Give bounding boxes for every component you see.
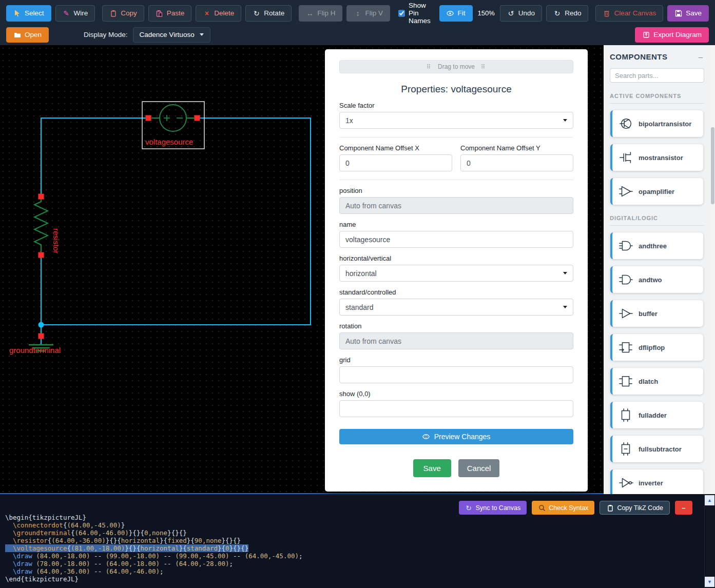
show-pin-names-toggle[interactable]: Show Pin Names	[398, 2, 432, 25]
section-label: ACTIVE COMPONENTS	[610, 93, 704, 104]
pin[interactable]	[38, 194, 44, 200]
code-line[interactable]: \groundterminal{(64.00,-46.00)}{}{0,none…	[5, 529, 700, 537]
resistor-component[interactable]: resistor	[34, 194, 61, 258]
voltagesource-component[interactable]: voltagesource	[142, 102, 204, 149]
sync-to-canvas-button[interactable]: ↻ Sync to Canvas	[459, 501, 527, 515]
undo-button[interactable]: ↺ Undo	[500, 5, 542, 22]
select-tool-button[interactable]: Select	[6, 5, 51, 22]
standard-select[interactable]: standard	[339, 299, 573, 316]
check-syntax-button[interactable]: Check Syntax	[532, 501, 594, 515]
component-card-dlatch[interactable]: dlatch	[610, 368, 703, 395]
chevron-down-icon	[563, 272, 567, 275]
flip-v-icon: ↕	[354, 9, 361, 17]
component-label: resistor	[52, 228, 61, 253]
tikz-code-panel: ↻ Sync to Canvas Check Syntax Copy TikZ …	[0, 494, 715, 588]
drag-handle[interactable]: ⠿ Drag to move ⠿	[339, 60, 573, 73]
show-input[interactable]	[339, 400, 573, 417]
paste-button[interactable]: Paste	[148, 5, 192, 22]
flip-h-button[interactable]: ↔ Flip H	[299, 5, 342, 22]
collapse-icon[interactable]: –	[697, 52, 704, 61]
sync-icon: ↻	[465, 504, 473, 512]
pin[interactable]	[195, 115, 200, 121]
component-card-inverter[interactable]: inverter	[610, 469, 703, 494]
grip-icon: ⠿	[427, 64, 432, 70]
scale-factor-label: Scale factor	[339, 102, 573, 109]
component-label: dlatch	[639, 378, 658, 385]
scroll-up-icon[interactable]: ▲	[705, 495, 714, 505]
code-line[interactable]: \draw (78.00,-18.00) -- (64.00,-18.00) -…	[5, 560, 700, 567]
minimize-code-button[interactable]: –	[675, 501, 692, 515]
component-card-bipolartransistor[interactable]: bipolartransistor	[610, 110, 703, 137]
flip-v-label: Flip V	[365, 9, 383, 17]
sidebar-scrollbar[interactable]	[710, 45, 715, 494]
export-diagram-label: Export Diagram	[653, 31, 702, 38]
code-line[interactable]: \end{tikzpictureJL}	[5, 575, 700, 583]
search-input[interactable]	[610, 68, 704, 83]
scale-factor-select[interactable]: 1x	[339, 112, 573, 129]
component-card-dflipflop[interactable]: dflipflop	[610, 334, 703, 361]
offset-y-input[interactable]	[460, 154, 573, 171]
display-mode-select[interactable]: Cadence Virtuoso	[133, 27, 210, 43]
standard-value: standard	[345, 303, 373, 311]
drag-label: Drag to move	[438, 63, 475, 70]
code-scrollbar[interactable]: ▲ ▼	[704, 494, 715, 588]
component-card-mostransistor[interactable]: mostransistor	[610, 144, 703, 171]
copy-tikz-code-button[interactable]: Copy TikZ Code	[600, 501, 670, 515]
pin[interactable]	[38, 252, 44, 258]
orientation-select[interactable]: horizontal	[339, 265, 573, 282]
groundterminal-component[interactable]: groundterminal	[9, 334, 61, 355]
open-button[interactable]: Open	[6, 27, 49, 43]
save-toolbar-button[interactable]: Save	[667, 5, 709, 22]
component-card-opamplifier[interactable]: opamplifier	[610, 178, 703, 205]
rotate-button[interactable]: ↻ Rotate	[245, 5, 292, 22]
redo-button[interactable]: ↻ Redo	[546, 5, 588, 22]
scrollbar-thumb[interactable]	[711, 127, 714, 204]
component-card-andthree[interactable]: andthree	[610, 232, 703, 259]
code-line[interactable]: \draw (84.00,-18.00) -- (99.00,-18.00) -…	[5, 552, 700, 560]
rotation-input	[339, 332, 573, 349]
orientation-label: horizontal/vertical	[339, 254, 573, 262]
pin[interactable]	[38, 334, 44, 339]
offset-x-input[interactable]	[339, 154, 452, 171]
wire-tool-button[interactable]: ✎ Wire	[55, 5, 95, 22]
component-card-fulladder[interactable]: fulladder	[610, 402, 703, 428]
name-input[interactable]	[339, 231, 573, 248]
code-line[interactable]: \voltagesource{(81.00,-18.00)}{}{horizon…	[5, 544, 700, 552]
scroll-down-icon[interactable]: ▼	[705, 577, 714, 587]
code-line[interactable]: \draw (64.00,-36.00) -- (64.00,-46.00);	[5, 567, 700, 575]
floppy-icon	[674, 9, 682, 17]
clipboard-paste-icon	[156, 9, 163, 17]
opamp-icon	[618, 184, 633, 199]
clipboard-icon	[109, 9, 117, 17]
clear-canvas-button[interactable]: Clear Canvas	[595, 5, 663, 22]
component-card-buffer[interactable]: buffer	[610, 300, 703, 327]
cancel-button[interactable]: Cancel	[458, 459, 500, 477]
connector-dot[interactable]	[38, 322, 44, 328]
export-diagram-button[interactable]: Export Diagram	[635, 27, 709, 43]
component-list: bipolartransistormostransistoropamplifie…	[604, 104, 710, 205]
pin[interactable]	[146, 115, 151, 121]
preview-changes-button[interactable]: Preview Changes	[339, 429, 573, 444]
component-label: bipolartransistor	[639, 120, 691, 128]
show-pin-names-checkbox[interactable]	[398, 10, 405, 17]
component-label: voltagesource	[145, 138, 193, 146]
adder-icon	[618, 407, 633, 423]
component-card-andtwo[interactable]: andtwo	[610, 266, 703, 293]
folder-icon	[13, 31, 21, 38]
wire-left[interactable]	[41, 118, 148, 197]
offset-y-label: Component Name Offset Y	[460, 144, 573, 152]
code-editor[interactable]: \begin{tikzpictureJL} \connectordot{(64.…	[5, 514, 700, 583]
save-properties-button[interactable]: Save	[413, 459, 451, 477]
copy-button[interactable]: Copy	[102, 5, 144, 22]
code-line[interactable]: \begin{tikzpictureJL}	[5, 514, 700, 521]
delete-button[interactable]: × Delete	[196, 5, 241, 22]
flip-v-button[interactable]: ↕ Flip V	[346, 5, 390, 22]
grid-input[interactable]	[339, 366, 573, 383]
component-label: fullsubtractor	[639, 445, 682, 453]
eye-icon	[447, 9, 454, 17]
code-line[interactable]: \resistor{(64.00,-36.00)}{}{horizontal}{…	[5, 537, 700, 544]
fit-button[interactable]: Fit	[439, 5, 473, 22]
code-line[interactable]: \connectordot{(64.00,-45.00)}	[5, 521, 700, 529]
component-card-fullsubtractor[interactable]: fullsubtractor	[610, 436, 703, 462]
divider	[339, 180, 573, 180]
